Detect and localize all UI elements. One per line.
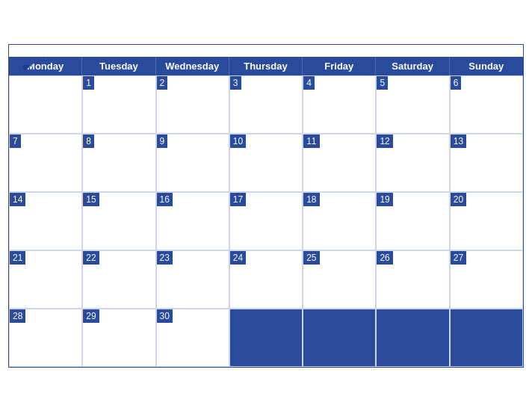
calendar: MondayTuesdayWednesdayThursdayFridaySatu… <box>8 44 524 368</box>
logo-icon <box>21 51 48 72</box>
day-cell: 10 <box>229 134 303 192</box>
day-header-thursday: Thursday <box>229 57 303 75</box>
day-number: 20 <box>451 193 466 207</box>
day-header-tuesday: Tuesday <box>82 57 155 75</box>
day-number: 14 <box>10 193 25 207</box>
day-cell: 7 <box>9 134 82 192</box>
day-header-wednesday: Wednesday <box>156 57 229 75</box>
day-number: 10 <box>230 135 246 149</box>
day-cell: 30 <box>156 309 229 367</box>
calendar-grid: 1234567891011121314151617181920212223242… <box>9 75 523 367</box>
day-cell: 23 <box>156 250 229 309</box>
day-cell <box>229 309 303 367</box>
day-number: 18 <box>303 193 319 207</box>
day-number: 3 <box>230 76 241 90</box>
day-cell: 27 <box>450 250 523 309</box>
day-number: 6 <box>451 76 462 90</box>
day-number: 30 <box>157 309 173 324</box>
day-cell: 24 <box>229 250 303 309</box>
day-number: 1 <box>83 76 94 90</box>
calendar-header <box>9 45 523 57</box>
day-number: 8 <box>83 135 94 149</box>
day-cell <box>9 75 82 134</box>
day-cell <box>376 309 449 367</box>
day-number: 9 <box>157 135 168 149</box>
day-headers: MondayTuesdayWednesdayThursdayFridaySatu… <box>9 57 523 75</box>
day-number: 7 <box>10 135 21 149</box>
day-cell <box>303 309 376 367</box>
day-cell: 17 <box>229 192 303 250</box>
day-cell: 11 <box>303 134 376 192</box>
day-cell: 5 <box>376 75 449 134</box>
logo <box>21 51 48 72</box>
day-cell: 1 <box>82 75 155 134</box>
day-number: 25 <box>303 251 319 265</box>
day-number: 22 <box>83 251 99 265</box>
day-number: 4 <box>303 76 315 90</box>
day-number: 19 <box>377 193 392 207</box>
day-cell: 9 <box>156 134 229 192</box>
day-cell: 22 <box>82 250 155 309</box>
day-number: 17 <box>230 193 246 207</box>
day-number: 11 <box>303 135 319 149</box>
day-cell: 16 <box>156 192 229 250</box>
day-number: 29 <box>83 309 99 324</box>
day-number: 24 <box>230 251 246 265</box>
day-cell: 3 <box>229 75 303 134</box>
day-cell: 29 <box>82 309 155 367</box>
day-cell: 15 <box>82 192 155 250</box>
day-number: 28 <box>10 309 25 324</box>
day-number: 21 <box>10 251 25 265</box>
day-number: 5 <box>377 76 388 90</box>
day-cell: 2 <box>156 75 229 134</box>
day-cell: 19 <box>376 192 449 250</box>
day-cell: 28 <box>9 309 82 367</box>
day-header-friday: Friday <box>303 57 376 75</box>
day-number: 16 <box>157 193 173 207</box>
day-number: 27 <box>451 251 466 265</box>
day-cell: 12 <box>376 134 449 192</box>
day-cell: 26 <box>376 250 449 309</box>
day-number: 13 <box>451 135 466 149</box>
day-number: 15 <box>83 193 99 207</box>
day-cell: 13 <box>450 134 523 192</box>
day-header-sunday: Sunday <box>450 57 523 75</box>
day-number: 2 <box>157 76 168 90</box>
day-number: 23 <box>157 251 173 265</box>
day-cell: 18 <box>303 192 376 250</box>
day-cell <box>450 309 523 367</box>
day-cell: 25 <box>303 250 376 309</box>
day-cell: 8 <box>82 134 155 192</box>
day-cell: 4 <box>303 75 376 134</box>
day-cell: 21 <box>9 250 82 309</box>
day-cell: 6 <box>450 75 523 134</box>
day-cell: 14 <box>9 192 82 250</box>
day-number: 12 <box>377 135 392 149</box>
day-header-saturday: Saturday <box>376 57 449 75</box>
day-cell: 20 <box>450 192 523 250</box>
day-number: 26 <box>377 251 392 265</box>
